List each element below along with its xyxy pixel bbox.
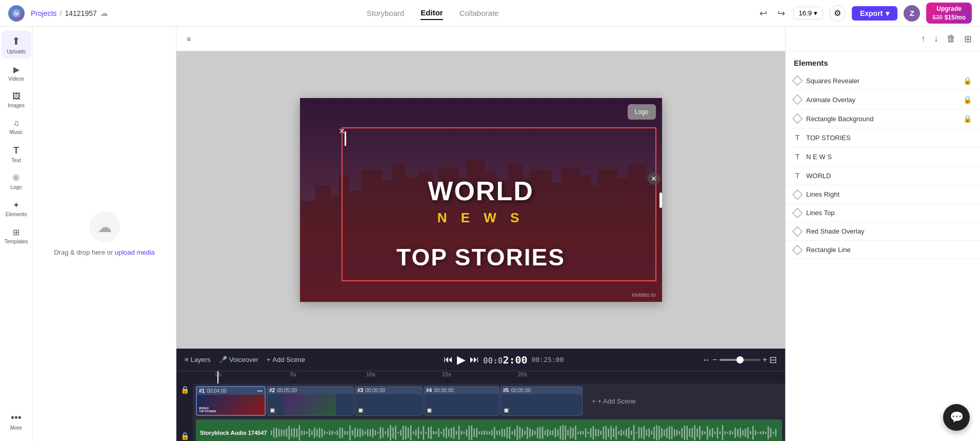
element-row-7[interactable]: Lines Top [786,204,980,222]
element-row-8[interactable]: Red Shade Overlay [786,222,980,241]
svg-rect-37 [281,429,282,436]
scene-1-more-icon[interactable]: ••• [257,388,263,394]
scene-clip-5[interactable]: #5 00:05:00 🔲 [501,386,583,416]
canvas-text-news: N E W S [437,210,525,226]
sidebar-item-more[interactable]: ••• More [2,406,31,437]
scene-clip-1[interactable]: #1 00:04:00 ••• WORLDTOP STORIES [196,386,266,416]
element-row-0[interactable]: Squares Revealer🔒 [786,71,980,90]
watermark-text: invideo.io [632,292,655,298]
resize-handle-right[interactable] [659,193,662,208]
layers-tool-icon[interactable]: ≡ [185,33,193,45]
element-row-6[interactable]: Lines Right [786,185,980,204]
undo-button[interactable]: ↩ [757,6,769,21]
tab-editor[interactable]: Editor [421,6,443,20]
video-track: #1 00:04:00 ••• WORLDTOP STORIES [193,384,785,418]
zoom-fit-button[interactable]: ↔ [702,355,710,365]
zoom-in-button[interactable]: + [763,355,767,365]
grid-view-button[interactable]: ⊞ [962,31,974,47]
sidebar-item-elements[interactable]: ✦ Elements [2,196,31,221]
scene-2-number: #2 [269,388,275,393]
tab-collaborate[interactable]: Collaborate [459,7,499,20]
avatar[interactable]: Z [904,5,920,22]
selection-close-btn[interactable]: ✕ [648,172,660,185]
logo-placeholder-button[interactable]: Logo [628,104,656,120]
cloud-icon: ☁ [100,8,108,18]
settings-icon[interactable]: ⚙ [829,5,846,22]
svg-rect-200 [694,425,695,440]
svg-rect-229 [768,426,769,439]
aspect-ratio-selector[interactable]: 16:9 ▾ [793,7,823,20]
voiceover-button[interactable]: 🎤 Voiceover [219,356,258,363]
element-row-4[interactable]: TN E W S [786,147,980,166]
delete-button[interactable]: 🗑 [945,31,958,46]
play-button[interactable]: ▶ [457,353,466,367]
projects-link[interactable]: Projects [31,9,57,17]
grid-button[interactable]: ⊟ [769,354,777,366]
chat-fab-button[interactable]: 💬 [943,404,970,431]
playhead[interactable] [217,371,218,384]
svg-rect-190 [669,426,670,439]
sidebar-item-music[interactable]: ♫ Music [2,114,31,139]
svg-rect-60 [339,428,341,438]
export-button[interactable]: Export ▾ [852,6,897,21]
redo-button[interactable]: ↪ [775,6,787,21]
svg-rect-100 [441,432,442,434]
svg-rect-118 [487,431,488,434]
svg-rect-93 [423,426,424,440]
skip-back-button[interactable]: ⏮ [444,354,453,365]
timeline-toolbar: ≡ Layers 🎤 Voiceover + Add Scene ⏮ ▶ ⏭ [176,349,785,371]
resize-handle-left[interactable] [345,131,346,146]
scene-1-thumbnail: WORLDTOP STORIES [197,395,265,415]
svg-rect-140 [542,427,543,439]
svg-rect-191 [671,427,672,439]
upgrade-button[interactable]: Upgrade $30 $15/mo [926,3,972,24]
scene-clip-2[interactable]: #2 00:05:00 🔲 [267,386,354,416]
svg-rect-72 [370,429,371,436]
svg-rect-76 [380,427,381,438]
skip-forward-button[interactable]: ⏭ [470,354,479,365]
audio-track[interactable]: Storyblock Audio 174547 // Inline SVG wa… [196,419,782,441]
audio-lock-button[interactable]: 🔒 [181,432,189,440]
svg-rect-117 [484,430,485,435]
layers-button[interactable]: ≡ Layers [185,356,211,363]
sidebar-item-images[interactable]: 🖼 Images [2,88,31,112]
element-name-label: Rectangle Line [806,246,972,254]
svg-rect-53 [322,429,323,437]
scene-clip-3[interactable]: #3 00:05:00 🔲 [355,386,423,416]
sidebar-item-uploads[interactable]: ⬆ Uploads [2,31,31,59]
scene-3-thumbnail: 🔲 [355,394,422,415]
sidebar-item-templates[interactable]: ⊞ Templates [2,223,31,248]
element-row-1[interactable]: Animate Overlay🔒 [786,90,980,109]
nav-tabs: Storyboard Editor Collaborate [114,6,751,20]
sidebar-item-text[interactable]: T Text [2,141,31,167]
svg-rect-131 [519,427,521,439]
track-lock-button[interactable]: 🔒 [181,386,189,394]
upload-link[interactable]: upload media [115,248,155,256]
svg-rect-119 [489,431,490,434]
element-row-2[interactable]: Rectangle Background🔒 [786,109,980,128]
svg-rect-40 [289,426,290,440]
svg-rect-84 [401,430,402,435]
move-up-button[interactable]: ↑ [919,31,928,46]
element-name-label: Animate Overlay [806,96,958,104]
element-row-5[interactable]: TWORLD [786,166,980,185]
svg-rect-226 [760,432,761,434]
tab-storyboard[interactable]: Storyboard [367,7,404,20]
add-scene-toolbar-button[interactable]: + Add Scene [267,356,305,363]
scene-clip-4[interactable]: #4 00:06:00 🔲 [424,386,499,416]
svg-rect-183 [651,431,652,435]
svg-rect-68 [359,428,361,437]
svg-rect-81 [393,427,394,438]
add-scene-inline-button[interactable]: + + Add Scene [588,395,640,407]
elements-icon: ✦ [13,200,19,210]
element-row-3[interactable]: TTOP STORIES [786,128,980,147]
svg-rect-52 [319,428,320,438]
move-down-button[interactable]: ↓ [932,31,941,46]
svg-rect-75 [377,432,378,434]
svg-rect-41 [291,429,292,436]
sidebar-item-logo[interactable]: ® Logo [2,169,31,194]
sidebar-item-videos[interactable]: ▶ Videos [2,61,31,86]
zoom-out-button[interactable]: − [712,355,717,365]
zoom-slider[interactable] [719,359,761,361]
element-row-9[interactable]: Rectangle Line [786,241,980,259]
